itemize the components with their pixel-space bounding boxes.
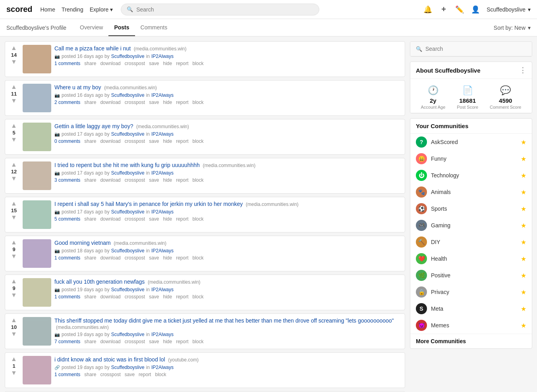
- post-action-block[interactable]: block: [193, 100, 204, 105]
- post-action-share[interactable]: share: [84, 255, 96, 261]
- post-comments-link[interactable]: 1 comments: [54, 61, 80, 66]
- post-action-block[interactable]: block: [193, 216, 204, 222]
- post-action-share[interactable]: share: [84, 339, 96, 344]
- post-action-download[interactable]: download: [100, 339, 120, 344]
- post-action-report[interactable]: report: [176, 100, 188, 105]
- tab-overview[interactable]: Overview: [74, 19, 108, 36]
- favorite-star-icon[interactable]: ★: [521, 155, 526, 163]
- post-action-crosspost[interactable]: crosspost: [125, 61, 145, 66]
- more-communities-button[interactable]: More Communities: [410, 334, 532, 348]
- post-action-hide[interactable]: hide: [163, 100, 172, 105]
- post-title[interactable]: This sheriff stopped me today didnt give…: [54, 317, 394, 324]
- post-title[interactable]: Where u at my boy: [54, 84, 101, 90]
- post-action-crosspost[interactable]: crosspost: [125, 294, 145, 300]
- sidebar-community-diy[interactable]: 🔨 DIY ★: [410, 234, 532, 250]
- sidebar-search-input[interactable]: [425, 46, 526, 52]
- post-title[interactable]: I tried to repent but she hit me with ku…: [54, 162, 200, 168]
- post-action-download[interactable]: download: [100, 255, 120, 261]
- post-action-save[interactable]: save: [149, 255, 159, 261]
- post-action-save[interactable]: save: [149, 177, 159, 183]
- post-community-link[interactable]: IP2Always: [151, 248, 174, 254]
- sidebar-community-positive[interactable]: 🌿 Positive ★: [410, 267, 532, 284]
- sidebar-community-memes[interactable]: 😈 Memes ★: [410, 317, 532, 334]
- notifications-icon[interactable]: 🔔: [423, 5, 433, 14]
- post-community-link[interactable]: IP2Always: [151, 170, 174, 176]
- downvote-button[interactable]: ▼: [11, 292, 17, 298]
- post-action-report[interactable]: report: [176, 255, 188, 261]
- upvote-button[interactable]: ▲: [11, 317, 17, 323]
- post-action-block[interactable]: block: [193, 339, 204, 344]
- explore-dropdown[interactable]: Explore ▾: [90, 6, 113, 13]
- post-action-crosspost[interactable]: crosspost: [125, 177, 145, 183]
- post-action-report[interactable]: report: [139, 372, 151, 377]
- favorite-star-icon[interactable]: ★: [521, 272, 526, 279]
- post-action-share[interactable]: share: [84, 216, 96, 222]
- post-action-share[interactable]: share: [84, 294, 96, 300]
- upvote-button[interactable]: ▲: [11, 200, 17, 207]
- post-action-report[interactable]: report: [176, 61, 188, 66]
- downvote-button[interactable]: ▼: [11, 136, 17, 143]
- user-avatar-icon[interactable]: 👤: [471, 5, 480, 14]
- post-action-download[interactable]: download: [100, 138, 120, 144]
- post-action-hide[interactable]: hide: [163, 294, 172, 300]
- post-action-download[interactable]: download: [100, 216, 120, 222]
- sidebar-community-privacy[interactable]: 🔒 Privacy ★: [410, 284, 532, 300]
- upvote-button[interactable]: ▲: [11, 278, 17, 284]
- post-action-save[interactable]: save: [149, 294, 159, 300]
- sidebar-community-gaming[interactable]: 🎮 Gaming ★: [410, 217, 532, 234]
- post-action-share[interactable]: share: [84, 177, 96, 183]
- post-action-crosspost[interactable]: crosspost: [125, 339, 145, 344]
- global-search-bar[interactable]: 🔍: [121, 4, 319, 15]
- post-comments-link[interactable]: 5 comments: [54, 216, 80, 222]
- favorite-star-icon[interactable]: ★: [521, 138, 526, 146]
- post-action-report[interactable]: report: [176, 177, 188, 183]
- post-author-link[interactable]: Scuffedboyslive: [111, 248, 145, 254]
- post-community-link[interactable]: IP2Always: [151, 332, 174, 337]
- favorite-star-icon[interactable]: ★: [521, 322, 526, 329]
- post-action-hide[interactable]: hide: [163, 339, 172, 344]
- downvote-button[interactable]: ▼: [11, 59, 17, 65]
- post-action-block[interactable]: block: [193, 61, 204, 66]
- sidebar-community-sports[interactable]: ⚽ Sports ★: [410, 200, 532, 217]
- post-title[interactable]: i didnt know ak and stoic was in first b…: [54, 356, 165, 363]
- favorite-star-icon[interactable]: ★: [521, 238, 526, 246]
- upvote-button[interactable]: ▲: [11, 45, 17, 51]
- sidebar-community-meta[interactable]: S Meta ★: [410, 300, 532, 317]
- post-action-save[interactable]: save: [125, 372, 135, 377]
- post-comments-link[interactable]: 1 comments: [54, 294, 80, 300]
- post-action-share[interactable]: share: [84, 138, 96, 144]
- tab-comments[interactable]: Comments: [135, 19, 173, 36]
- user-menu-button[interactable]: Scuffedboyslive ▾: [487, 6, 531, 13]
- sidebar-community-technology[interactable]: ⏻ Technology ★: [410, 167, 532, 184]
- favorite-star-icon[interactable]: ★: [521, 305, 526, 313]
- post-comments-link[interactable]: 0 comments: [54, 138, 80, 144]
- trending-link[interactable]: Trending: [62, 6, 83, 13]
- post-comments-link[interactable]: 1 comments: [54, 255, 80, 261]
- post-author-link[interactable]: Scuffedboyslive: [111, 92, 145, 98]
- post-action-hide[interactable]: hide: [163, 216, 172, 222]
- post-action-report[interactable]: report: [176, 339, 188, 344]
- post-action-crosspost[interactable]: crosspost: [125, 100, 145, 105]
- post-action-block[interactable]: block: [193, 138, 204, 144]
- sidebar-community-health[interactable]: ❤️ Health ★: [410, 250, 532, 267]
- post-action-crosspost[interactable]: crosspost: [125, 138, 145, 144]
- downvote-button[interactable]: ▼: [11, 253, 17, 259]
- post-title[interactable]: Gettin a little laggy aye my boy?: [54, 123, 133, 129]
- post-action-block[interactable]: block: [193, 255, 204, 261]
- site-logo[interactable]: scored: [6, 5, 33, 14]
- post-action-download[interactable]: download: [100, 61, 120, 66]
- post-community-link[interactable]: IP2Always: [151, 209, 174, 215]
- post-action-report[interactable]: report: [176, 138, 188, 144]
- favorite-star-icon[interactable]: ★: [521, 188, 526, 196]
- post-title[interactable]: Good morning vietnam: [54, 240, 111, 246]
- downvote-button[interactable]: ▼: [11, 98, 17, 104]
- downvote-button[interactable]: ▼: [11, 175, 17, 182]
- post-action-hide[interactable]: hide: [163, 177, 172, 183]
- post-action-save[interactable]: save: [149, 138, 159, 144]
- favorite-star-icon[interactable]: ★: [521, 172, 526, 179]
- post-author-link[interactable]: Scuffedboyslive: [111, 170, 145, 176]
- post-action-share[interactable]: share: [84, 61, 96, 66]
- sort-button[interactable]: Sort by: New ▾: [494, 25, 531, 31]
- post-action-hide[interactable]: hide: [163, 255, 172, 261]
- post-comments-link[interactable]: 1 comments: [54, 372, 80, 377]
